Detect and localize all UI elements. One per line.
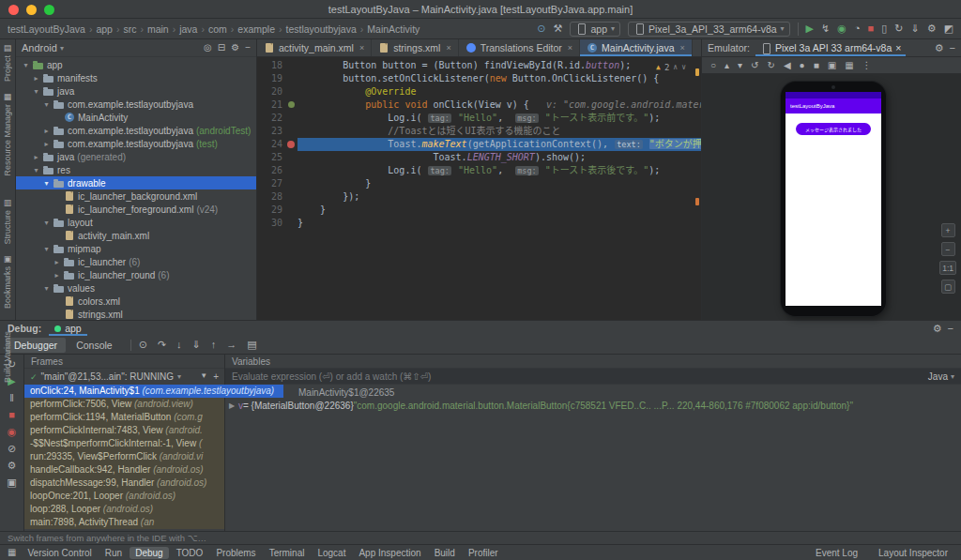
stack-frame-row[interactable]: handleCallback:942, Handler (android.os): [24, 463, 224, 477]
status-item-build[interactable]: Build: [429, 547, 461, 559]
pause-icon[interactable]: ‖: [9, 393, 14, 403]
expand-icon[interactable]: ▶: [225, 400, 238, 413]
back-icon[interactable]: ◀: [784, 61, 791, 70]
status-item-profiler[interactable]: Profiler: [463, 547, 504, 559]
snapshots-icon[interactable]: ▦: [845, 61, 853, 70]
module-selector[interactable]: app ▾: [570, 22, 620, 37]
tree-item[interactable]: ▾res: [16, 163, 256, 176]
breadcrumb-item[interactable]: main: [147, 23, 169, 35]
evaluate-language-selector[interactable]: Java ▾: [928, 371, 954, 382]
overview-icon[interactable]: ■: [814, 61, 819, 70]
hide-emulator-icon[interactable]: −: [950, 43, 955, 53]
panel-settings-icon[interactable]: ⚙: [231, 43, 239, 53]
close-icon[interactable]: ×: [359, 43, 364, 53]
home-icon[interactable]: ●: [800, 61, 805, 70]
step-out-icon[interactable]: ↑: [211, 340, 217, 350]
device-selector[interactable]: Pixel_3a_API_33_arm64-v8a ▾: [628, 22, 790, 37]
tree-item[interactable]: activity_main.xml: [16, 229, 256, 242]
tree-item[interactable]: ▸com.example.testlayoutbyjava (test): [16, 137, 256, 150]
status-item-problems[interactable]: Problems: [210, 547, 261, 559]
debug-tab-debugger[interactable]: Debugger: [6, 338, 66, 353]
show-execution-point-icon[interactable]: ⊙: [139, 340, 147, 350]
device-screen[interactable]: testLayoutByJava メッセージ表示されました: [786, 92, 881, 306]
status-item-app-inspection[interactable]: App Inspection: [353, 547, 426, 559]
hide-debug-icon[interactable]: −: [948, 324, 953, 334]
status-item-logcat[interactable]: Logcat: [312, 547, 351, 559]
hide-panel-icon[interactable]: −: [245, 43, 251, 53]
minimize-window-button[interactable]: [26, 5, 37, 15]
emulator-device-tab[interactable]: Pixel 3a API 33 arm64-v8a ×: [755, 39, 906, 56]
mute-breakpoints-icon[interactable]: ⊘: [8, 444, 16, 454]
tree-item[interactable]: ▸com.example.testlayoutbyjava (androidTe…: [16, 124, 256, 137]
tool-strip-button[interactable]: ▤Project: [3, 44, 12, 82]
tree-item[interactable]: ic_launcher_background.xml: [16, 189, 256, 203]
debug-process-tab[interactable]: app: [49, 321, 87, 336]
status-item-layout-inspector[interactable]: Layout Inspector: [873, 547, 953, 559]
close-icon[interactable]: ×: [446, 43, 450, 53]
stack-frame-row[interactable]: run:29335, View$PerformClick (android.vi: [24, 450, 224, 463]
thread-selector[interactable]: ✓ "main"@21,53...ain": RUNNING ▾ ▼ +: [24, 369, 224, 385]
stack-frame-row[interactable]: main:7898, ActivityThread (an: [24, 516, 224, 529]
run-icon[interactable]: ▶: [806, 23, 814, 34]
tree-item[interactable]: ▾java: [16, 84, 256, 98]
debug-icon[interactable]: ◉: [837, 23, 847, 34]
device-app-button[interactable]: メッセージ表示されました: [796, 123, 871, 135]
profile-icon[interactable]: ◔: [854, 23, 861, 34]
editor-tab[interactable]: strings.xml×: [372, 39, 458, 56]
tree-item[interactable]: MainActivity: [16, 111, 256, 124]
debugger-settings-icon[interactable]: ⚙: [8, 461, 17, 471]
tree-item[interactable]: strings.xml: [16, 308, 256, 320]
volume-up-icon[interactable]: ▴: [725, 61, 729, 70]
tree-item[interactable]: ic_launcher_foreground.xml (v24): [16, 203, 256, 216]
status-item-event-log[interactable]: Event Log: [810, 547, 863, 559]
variable-row[interactable]: ▶v = {MaterialButton@22636} "com.google.…: [225, 400, 961, 413]
zoom-reset-icon[interactable]: 1:1: [939, 261, 956, 275]
force-step-into-icon[interactable]: ⇓: [192, 340, 201, 350]
pin-tab-icon[interactable]: ▣: [7, 477, 16, 488]
tree-item[interactable]: ▸ic_launcher_round (6): [16, 268, 256, 281]
stack-frame-row[interactable]: loop:288, Looper (android.os): [24, 503, 224, 516]
filter-frames-icon[interactable]: ▼: [200, 372, 207, 382]
stop-icon[interactable]: ■: [868, 23, 875, 34]
more-icon[interactable]: ⋮: [862, 61, 872, 70]
emulator-settings-icon[interactable]: ⚙: [935, 43, 944, 53]
tree-item[interactable]: ▸manifests: [16, 71, 256, 84]
breadcrumb-item[interactable]: com: [208, 23, 227, 35]
rotate-right-icon[interactable]: ↻: [768, 61, 775, 70]
debug-settings-icon[interactable]: ⚙: [933, 324, 942, 334]
sync-project-icon[interactable]: ↻: [894, 23, 903, 34]
breakpoint-icon[interactable]: [285, 138, 297, 151]
volume-down-icon[interactable]: ▾: [738, 61, 742, 70]
tree-item[interactable]: ▾layout: [16, 216, 256, 229]
stack-frame-row[interactable]: dispatchMessage:99, Handler (android.os): [24, 477, 224, 490]
prev-warning-icon[interactable]: ∧: [673, 61, 678, 74]
tree-item[interactable]: ▾values: [16, 281, 256, 295]
tool-strip-button[interactable]: ▦Resource Manager: [3, 93, 12, 176]
breadcrumb-item[interactable]: src: [123, 23, 136, 35]
status-item-terminal[interactable]: Terminal: [264, 547, 311, 559]
tree-item[interactable]: ▾app: [16, 58, 256, 71]
editor-tab[interactable]: Translations Editor×: [459, 39, 580, 56]
status-item-version-control[interactable]: Version Control: [22, 547, 97, 559]
power-icon[interactable]: ○: [710, 61, 716, 70]
zoom-in-icon[interactable]: +: [941, 223, 955, 237]
editor-tab[interactable]: activity_main.xml×: [257, 39, 372, 56]
build-hammer-icon[interactable]: ⚒: [554, 23, 563, 34]
zoom-fit-icon[interactable]: ▢: [941, 280, 955, 294]
settings-icon[interactable]: ⚙: [927, 23, 937, 34]
status-item-run[interactable]: Run: [99, 547, 128, 559]
rotate-left-icon[interactable]: ↺: [751, 61, 758, 70]
stack-frame-row[interactable]: performClickInternal:7483, View (android…: [24, 424, 224, 437]
stack-frame-row[interactable]: performClick:7506, View (android.view): [24, 398, 224, 411]
stack-frame-row[interactable]: onClick:24, MainActivity$1 (com.example.…: [24, 385, 283, 398]
tree-item[interactable]: ▾mipmap: [16, 242, 256, 255]
locate-file-icon[interactable]: ◎: [204, 43, 212, 53]
search-everywhere-icon[interactable]: ⊙: [537, 23, 545, 34]
overriding-method-icon[interactable]: [285, 98, 297, 112]
editor-tab[interactable]: MainActivity.java×: [580, 39, 693, 56]
tree-item[interactable]: colors.xml: [16, 295, 256, 308]
tool-strip-button[interactable]: ▥Structure: [3, 199, 12, 245]
tree-item[interactable]: ▸ic_launcher (6): [16, 255, 256, 268]
step-over-icon[interactable]: ↷: [158, 340, 166, 350]
add-icon[interactable]: +: [213, 372, 219, 382]
